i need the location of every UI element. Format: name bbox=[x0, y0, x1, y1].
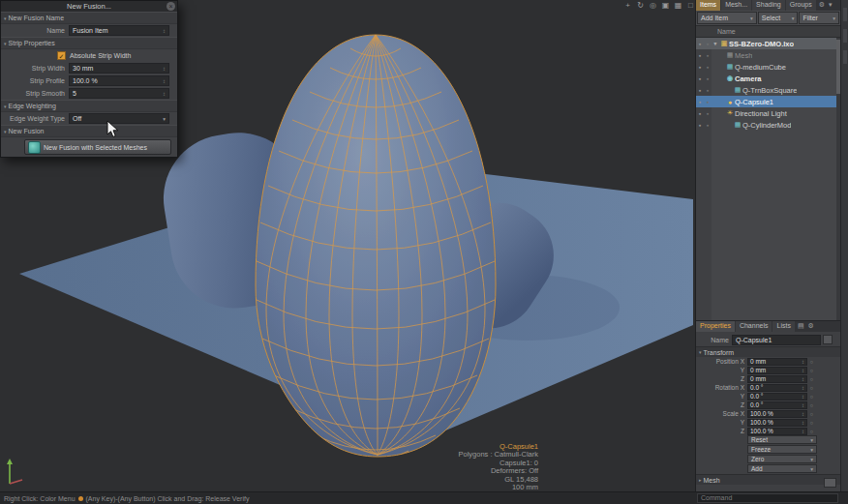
spinner-icon[interactable]: ↕ bbox=[163, 66, 166, 72]
visibility-eye-icon[interactable]: ● bbox=[696, 123, 704, 128]
scale-y-field[interactable]: 100.0 % ↕ bbox=[747, 419, 807, 427]
new-fusion-with-selected-meshes-button[interactable]: New Fusion with Selected Meshes bbox=[24, 139, 171, 155]
rotation-x-field[interactable]: 0.0 ° ↕ bbox=[747, 384, 807, 392]
add-item-button[interactable]: Add Item ▾ bbox=[697, 12, 757, 24]
grid-icon[interactable]: ▦ bbox=[674, 1, 682, 11]
orbit-icon[interactable]: ↻ bbox=[636, 1, 645, 11]
channel-state-icon[interactable]: ○ bbox=[807, 359, 816, 365]
visibility-eye-icon[interactable]: ● bbox=[696, 76, 704, 81]
add-button[interactable]: Add ▾ bbox=[747, 464, 817, 473]
scale-x-field[interactable]: 100.0 % ↕ bbox=[747, 410, 807, 418]
freeze-button[interactable]: Freeze ▾ bbox=[747, 445, 817, 454]
expander-icon[interactable]: ▾ bbox=[712, 41, 719, 46]
edge-weight-type-dropdown[interactable]: Off ▾ bbox=[69, 113, 169, 124]
reset-button[interactable]: Reset ▾ bbox=[747, 435, 817, 444]
channel-state-icon[interactable]: ○ bbox=[807, 429, 816, 434]
spinner-icon[interactable]: ↕ bbox=[163, 28, 166, 34]
item-row-mesh[interactable]: ● ● ▦ Mesh bbox=[696, 49, 840, 61]
channel-state-icon[interactable]: ○ bbox=[807, 394, 816, 400]
item-row-q-trnboxsquare[interactable]: ● ● ▦ Q-TrnBoxSquare bbox=[696, 84, 840, 96]
pan-icon[interactable]: + bbox=[623, 1, 632, 11]
gear-icon[interactable]: ⚙ bbox=[806, 321, 816, 332]
item-name-input[interactable]: Q-Capsule1 bbox=[732, 335, 821, 345]
position-x-field[interactable]: 0 mm ↕ bbox=[747, 358, 807, 366]
visibility-eye-icon[interactable]: ● bbox=[696, 42, 704, 46]
item-row-directional-light[interactable]: ● ● ☀ Directional Light bbox=[696, 107, 840, 119]
rotation-y-field[interactable]: 0.0 ° ↕ bbox=[747, 393, 807, 400]
render-visibility-icon[interactable]: ● bbox=[704, 76, 712, 81]
item-list-header[interactable]: Name bbox=[696, 25, 840, 38]
select-button[interactable]: Select ▾ bbox=[758, 12, 799, 24]
right-edge-tab-strip[interactable] bbox=[840, 0, 848, 491]
spinner-icon[interactable]: ↕ bbox=[163, 91, 166, 97]
visibility-eye-icon[interactable]: ● bbox=[696, 53, 704, 58]
tab-groups[interactable]: Groups bbox=[786, 0, 816, 11]
item-row-camera[interactable]: ● ● ◉ Camera bbox=[696, 73, 840, 84]
panel-corner-button[interactable] bbox=[824, 478, 836, 488]
tab-shading[interactable]: Shading bbox=[752, 0, 785, 11]
spinner-icon[interactable]: ↕ bbox=[802, 394, 804, 400]
tab-items[interactable]: Items bbox=[696, 0, 720, 11]
fusion-name-input[interactable]: Fusion Item ↕ bbox=[69, 25, 169, 36]
spinner-icon[interactable]: ↕ bbox=[802, 376, 804, 382]
filter-button[interactable]: Filter ▾ bbox=[799, 12, 839, 24]
frame-icon[interactable]: ▣ bbox=[661, 1, 670, 11]
zero-button[interactable]: Zero ▾ bbox=[747, 455, 817, 463]
tab-properties[interactable]: Properties bbox=[696, 321, 735, 332]
spinner-icon[interactable]: ↕ bbox=[163, 78, 166, 84]
dialog-titlebar[interactable]: New Fusion... × bbox=[1, 1, 177, 12]
channel-state-icon[interactable]: ○ bbox=[807, 385, 816, 391]
rotation-z-field[interactable]: 0.0 ° ↕ bbox=[747, 401, 807, 409]
position-y-field[interactable]: 0 mm ↕ bbox=[747, 367, 807, 374]
section-mesh[interactable]: ▸ Mesh bbox=[696, 474, 840, 485]
item-row-scene-file[interactable]: ● ● ▾ ▣ SS-BZero-DMO.lxo bbox=[696, 38, 840, 49]
list-icon[interactable]: ▤ bbox=[796, 321, 806, 332]
item-row-q-capsule1[interactable]: ● ● ● Q-Capsule1 bbox=[696, 96, 840, 107]
section-new-fusion[interactable]: ▾ New Fusion bbox=[1, 125, 177, 137]
render-visibility-icon[interactable]: ● bbox=[704, 42, 712, 46]
scale-z-field[interactable]: 100.0 % ↕ bbox=[747, 428, 807, 435]
render-visibility-icon[interactable]: ● bbox=[704, 100, 712, 104]
tab-channels[interactable]: Channels bbox=[736, 321, 772, 332]
spinner-icon[interactable]: ↕ bbox=[802, 368, 804, 373]
channel-state-icon[interactable]: ○ bbox=[807, 402, 816, 408]
spinner-icon[interactable]: ↕ bbox=[802, 420, 804, 426]
visibility-eye-icon[interactable]: ● bbox=[696, 100, 704, 104]
section-edge-weighting[interactable]: ▾ Edge Weighting bbox=[1, 100, 177, 112]
strip-smooth-input[interactable]: 5 ↕ bbox=[69, 88, 169, 99]
section-transform[interactable]: ▾ Transform bbox=[696, 346, 840, 357]
tab-mesh-ops[interactable]: Mesh... bbox=[721, 0, 751, 11]
visibility-eye-icon[interactable]: ● bbox=[696, 111, 704, 116]
position-z-field[interactable]: 0 mm ↕ bbox=[747, 375, 807, 383]
section-new-fusion-name[interactable]: ▾ New Fusion Name bbox=[1, 12, 177, 24]
spinner-icon[interactable]: ↕ bbox=[802, 385, 804, 391]
absolute-strip-width-checkbox[interactable]: ✓ bbox=[57, 51, 66, 60]
spinner-icon[interactable]: ↕ bbox=[802, 429, 804, 434]
render-visibility-icon[interactable]: ● bbox=[704, 88, 712, 93]
section-strip-properties[interactable]: ▾ Strip Properties bbox=[1, 37, 177, 49]
render-visibility-icon[interactable]: ● bbox=[704, 53, 712, 58]
name-options-button[interactable] bbox=[823, 335, 833, 344]
channel-state-icon[interactable]: ○ bbox=[807, 376, 816, 382]
spinner-icon[interactable]: ↕ bbox=[802, 411, 804, 417]
render-visibility-icon[interactable]: ● bbox=[704, 123, 712, 128]
spinner-icon[interactable]: ↕ bbox=[802, 359, 804, 365]
close-icon[interactable]: × bbox=[167, 2, 175, 11]
maximize-icon[interactable]: □ bbox=[686, 1, 695, 11]
gear-icon[interactable]: ⚙ bbox=[817, 0, 827, 11]
strip-profile-input[interactable]: 100.0 % ↕ bbox=[69, 75, 169, 86]
channel-state-icon[interactable]: ○ bbox=[807, 420, 816, 426]
visibility-eye-icon[interactable]: ● bbox=[696, 65, 704, 70]
tab-lists[interactable]: Lists bbox=[772, 321, 794, 332]
zoom-icon[interactable]: ◎ bbox=[649, 1, 657, 11]
chevron-down-icon[interactable]: ▾ bbox=[827, 0, 834, 11]
item-row-q-mediumcube[interactable]: ● ● ▦ Q-mediumCube bbox=[696, 61, 840, 73]
channel-state-icon[interactable]: ○ bbox=[807, 411, 816, 417]
spinner-icon[interactable]: ↕ bbox=[802, 402, 804, 408]
render-visibility-icon[interactable]: ● bbox=[704, 65, 712, 70]
render-visibility-icon[interactable]: ● bbox=[704, 111, 712, 116]
channel-state-icon[interactable]: ○ bbox=[807, 368, 816, 373]
command-input[interactable]: Command bbox=[697, 493, 838, 503]
visibility-eye-icon[interactable]: ● bbox=[696, 88, 704, 93]
item-row-q-cylindermod[interactable]: ● ● ▦ Q-CylinderMod bbox=[696, 119, 840, 131]
